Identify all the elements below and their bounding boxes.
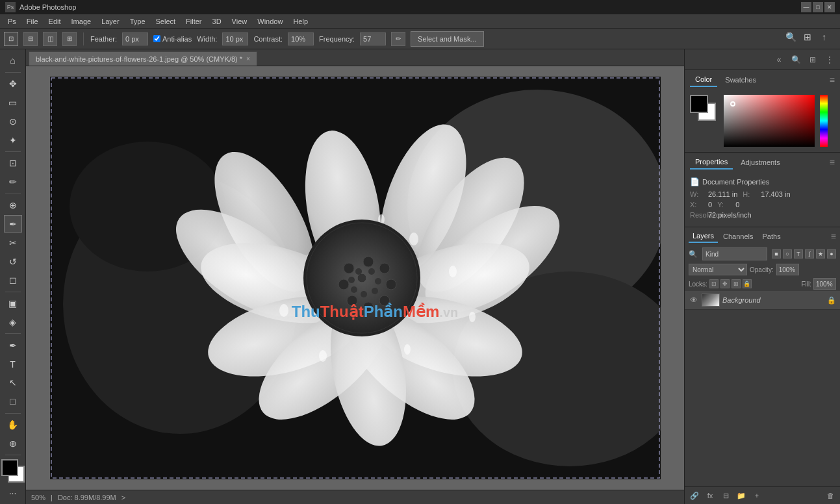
workspace-icon-btn[interactable]: ⊞ <box>804 32 818 46</box>
lock-row: Locks: ⊡ ✥ ⊞ 🔒 Fill: <box>685 277 840 291</box>
tool-hand[interactable]: ✋ <box>4 416 22 434</box>
layers-search-input[interactable] <box>702 247 767 260</box>
delete-layer-btn[interactable]: 🗑 <box>824 490 836 501</box>
feather-input[interactable] <box>122 32 148 45</box>
doc-arrow[interactable]: > <box>121 494 125 501</box>
tab-properties[interactable]: Properties <box>690 155 733 170</box>
share-icon-btn[interactable]: ↑ <box>822 32 836 46</box>
menu-ps[interactable]: Ps <box>3 16 21 27</box>
tool-option-btn-4[interactable]: ⊞ <box>62 32 77 46</box>
filter-toggle[interactable]: ● <box>827 249 836 258</box>
color-picker-dot[interactable] <box>730 101 735 107</box>
filter-icon-4[interactable]: ∫ <box>805 249 814 258</box>
blend-mode-select[interactable]: Normal <box>689 264 747 275</box>
tab-layers[interactable]: Layers <box>689 230 718 243</box>
add-mask-btn[interactable]: ⊟ <box>720 490 732 501</box>
search-panel-icon[interactable]: 🔍 <box>789 53 803 67</box>
new-group-btn[interactable]: 📁 <box>735 490 747 501</box>
layer-visibility-icon[interactable]: 👁 <box>689 295 699 305</box>
menu-3d[interactable]: 3D <box>207 16 227 27</box>
panel-layout-icon[interactable]: ⊞ <box>806 53 820 67</box>
tool-pen[interactable]: ✒ <box>4 336 22 354</box>
frequency-label: Frequency: <box>319 35 355 43</box>
tool-path-select[interactable]: ↖ <box>4 374 22 392</box>
select-mask-button[interactable]: Select and Mask... <box>411 31 484 47</box>
minimize-button[interactable]: — <box>801 2 811 12</box>
layer-name[interactable]: Background <box>722 296 824 304</box>
menu-file[interactable]: File <box>21 16 44 27</box>
tool-clone[interactable]: ✂ <box>4 234 22 251</box>
opacity-input[interactable] <box>776 264 799 275</box>
layer-background[interactable]: 👁 Background 🔒 <box>685 291 840 310</box>
width-input[interactable] <box>222 32 248 45</box>
stylus-btn[interactable]: ✏ <box>391 32 405 46</box>
tool-text[interactable]: T <box>4 355 22 373</box>
tab-color[interactable]: Color <box>690 73 717 87</box>
filter-icon-3[interactable]: T <box>794 249 803 258</box>
menu-layer[interactable]: Layer <box>96 16 125 27</box>
tab-adjustments[interactable]: Adjustments <box>735 156 785 169</box>
tool-home[interactable]: ⌂ <box>4 52 22 69</box>
tool-magic-wand[interactable]: ✦ <box>4 131 22 149</box>
tool-eraser[interactable]: ◻ <box>4 271 22 289</box>
tab-swatches[interactable]: Swatches <box>720 73 761 86</box>
tool-history[interactable]: ↺ <box>4 253 22 270</box>
menu-select[interactable]: Select <box>151 16 181 27</box>
color-hue-slider[interactable] <box>820 95 828 147</box>
contrast-input[interactable] <box>288 32 314 45</box>
menu-view[interactable]: View <box>227 16 253 27</box>
filter-icon-5[interactable]: ★ <box>816 249 825 258</box>
lock-pixels[interactable]: ⊡ <box>709 279 719 288</box>
tab-paths[interactable]: Paths <box>759 231 785 242</box>
tool-blur[interactable]: ◈ <box>4 314 22 331</box>
tool-heal[interactable]: ⊕ <box>4 197 22 214</box>
lock-position[interactable]: ✥ <box>720 279 730 288</box>
fg-color-swatch[interactable] <box>1 459 18 476</box>
tab-channels[interactable]: Channels <box>719 231 757 242</box>
right-panel: « 🔍 ⊞ ⋮ Color Swatches ≡ <box>684 49 840 504</box>
doc-tab-close[interactable]: × <box>246 55 250 62</box>
collapse-icon[interactable]: « <box>772 53 786 67</box>
close-button[interactable]: ✕ <box>824 2 835 12</box>
tool-shape[interactable]: □ <box>4 393 22 410</box>
menu-image[interactable]: Image <box>66 16 97 27</box>
tool-option-btn-1[interactable]: ⊡ <box>4 32 18 46</box>
antialias-checkbox[interactable] <box>153 35 160 42</box>
tool-gradient[interactable]: ▣ <box>4 295 22 312</box>
menu-edit[interactable]: Edit <box>44 16 66 27</box>
menu-window[interactable]: Window <box>252 16 288 27</box>
color-panel-options[interactable]: ≡ <box>830 75 835 85</box>
tool-crop[interactable]: ⊡ <box>4 155 22 172</box>
filter-icon-2[interactable]: ○ <box>783 249 792 258</box>
color-spectrum[interactable] <box>724 95 815 147</box>
lock-all[interactable]: 🔒 <box>743 279 752 288</box>
tool-select-rect[interactable]: ▭ <box>4 94 22 112</box>
menu-help[interactable]: Help <box>288 16 313 27</box>
properties-panel-options[interactable]: ≡ <box>830 157 835 168</box>
fill-input[interactable] <box>813 278 836 290</box>
menu-filter[interactable]: Filter <box>181 16 207 27</box>
tool-lasso[interactable]: ⊙ <box>4 112 22 130</box>
frequency-input[interactable] <box>360 32 386 45</box>
tool-option-btn-3[interactable]: ◫ <box>43 32 57 46</box>
fx-btn[interactable]: fx <box>704 490 716 501</box>
menu-type[interactable]: Type <box>125 16 151 27</box>
tool-eyedropper[interactable]: ✏ <box>4 173 22 191</box>
search-icon-btn[interactable]: 🔍 <box>785 32 800 46</box>
new-layer-btn[interactable]: + <box>751 490 763 501</box>
foreground-color[interactable] <box>690 95 708 113</box>
maximize-button[interactable]: □ <box>813 2 823 12</box>
tool-more[interactable]: ··· <box>4 484 22 501</box>
layers-panel-options[interactable]: ≡ <box>831 231 836 242</box>
tool-brush[interactable]: ✒ <box>4 215 22 233</box>
link-layers-btn[interactable]: 🔗 <box>689 490 700 501</box>
lock-label: Locks: <box>689 281 707 288</box>
tool-move[interactable]: ✥ <box>4 75 22 93</box>
tool-zoom[interactable]: ⊕ <box>4 435 22 452</box>
canvas-viewport[interactable]: ThuThuậtPhầnMềm.vn <box>26 66 684 490</box>
document-tab[interactable]: black-and-white-pictures-of-flowers-26-1… <box>29 51 257 66</box>
more-panels-icon[interactable]: ⋮ <box>822 53 837 67</box>
tool-option-btn-2[interactable]: ⊟ <box>23 32 38 46</box>
lock-artboard[interactable]: ⊞ <box>732 279 741 288</box>
filter-icon-1[interactable]: ■ <box>772 249 781 258</box>
